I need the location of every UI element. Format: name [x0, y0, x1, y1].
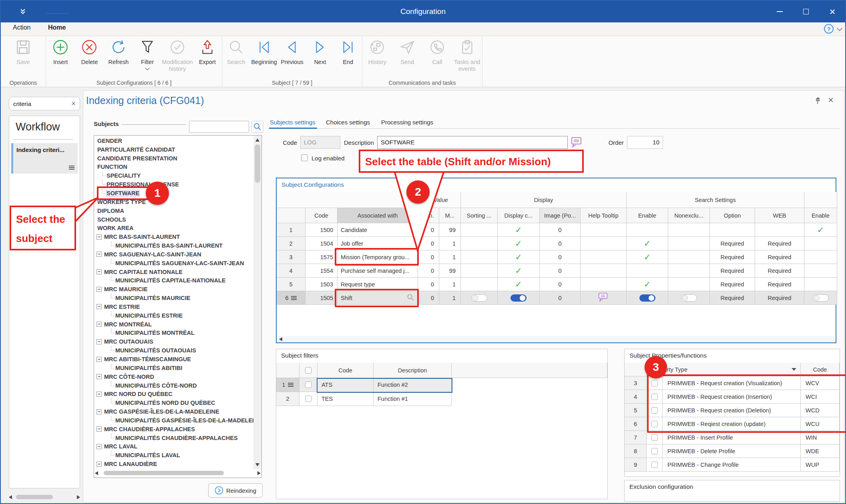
insert-button[interactable]: Insert [46, 38, 75, 66]
menu-home[interactable]: Home [48, 24, 66, 31]
checkbox[interactable] [305, 382, 311, 388]
column-header-option[interactable]: Option [710, 208, 755, 223]
table-row[interactable]: 41554Purchase self managed j...099✓0Requ… [277, 264, 836, 278]
cell-checkbox[interactable] [299, 378, 318, 392]
collapse-icon[interactable]: − [96, 269, 102, 274]
collapse-icon[interactable]: − [96, 287, 102, 292]
panel-close-icon[interactable]: × [828, 94, 834, 106]
previous-button[interactable]: Previous [278, 38, 306, 66]
toggle-on[interactable] [510, 294, 526, 302]
subjects-search-input[interactable] [189, 121, 249, 133]
tree-item-mrc-chaudi-re-appalaches[interactable]: −MRC CHAUDIÈRE-APPALACHES [94, 425, 253, 434]
checkbox[interactable] [305, 367, 311, 374]
toggle-off[interactable] [681, 294, 697, 302]
column-header-display-c[interactable]: Display c... [498, 208, 540, 223]
collapse-icon[interactable]: − [96, 252, 102, 257]
tree-hscrollbar[interactable] [95, 470, 261, 476]
help-icon[interactable]: ? [824, 24, 834, 34]
scroll-right-icon[interactable] [77, 495, 80, 499]
cell-checkbox[interactable] [647, 444, 663, 458]
tree-item-municipalit-s-laval[interactable]: MUNICIPALITÉS LAVAL [94, 451, 253, 460]
tree-item-mrc-estrie[interactable]: −MRC ESTRIE [94, 302, 253, 311]
collapse-icon[interactable]: − [96, 462, 102, 467]
checkbox[interactable] [651, 462, 658, 468]
toggle-off[interactable] [471, 294, 487, 302]
sidebar-search-input[interactable]: criteria × [9, 97, 80, 110]
tree-item-mrc-bas-saint-laurent[interactable]: −MRC BAS-SAINT-LAURENT [94, 232, 253, 241]
tree-item-mrc-abitibi-t-miscamingue[interactable]: −MRC ABITIBI-TÉMISCAMINGUE [94, 355, 253, 364]
tree-item-municipalit-s-saguenay-lac-saint-jean[interactable]: MUNICIPALITÉS SAGUENAY-LAC-SAINT-JEAN [94, 259, 253, 268]
toggle-on[interactable] [639, 294, 655, 302]
cell-checkbox[interactable] [299, 392, 318, 406]
collapse-icon[interactable]: − [96, 409, 102, 414]
tree-item-municipalit-s-montr-al[interactable]: MUNICIPALITÉS MONTRÉAL [94, 329, 253, 338]
chevron-down-icon[interactable] [792, 368, 796, 373]
column-header-enable[interactable]: Enable [804, 208, 837, 223]
tree-item-municipalit-s-gasp-sie-les-de-la-madeleii[interactable]: MUNICIPALITÉS GASPÉSIE-ÎLES-DE-LA-MADELE… [94, 416, 253, 425]
chevron-down-icon[interactable] [145, 66, 149, 70]
log-enabled-checkbox[interactable] [301, 154, 308, 161]
tree-vscrollbar[interactable] [253, 136, 261, 469]
tree-item-mrc-gasp-sie-les-de-la-madeleine[interactable]: −MRC GASPÉSIE-ÎLES-DE-LA-MADELEINE [94, 407, 253, 416]
tree-item-mrc-montr-al[interactable]: −MRC MONTRÉAL [94, 320, 253, 329]
checkbox[interactable] [651, 448, 658, 454]
scroll-thumb[interactable] [255, 144, 260, 183]
minimize-button[interactable] [770, 5, 789, 18]
column-header-select-all[interactable] [299, 363, 318, 378]
table-row[interactable]: 2TESFunction #1 [276, 392, 607, 406]
tree-item-mrc-mauricie[interactable]: −MRC MAURICIE [94, 285, 253, 294]
collapse-icon[interactable]: − [96, 322, 102, 327]
collapse-icon[interactable]: − [96, 234, 102, 240]
comment-icon[interactable] [571, 137, 582, 150]
cell-checkbox[interactable] [647, 458, 663, 472]
beginning-button[interactable]: Beginning [250, 38, 278, 66]
collapse-icon[interactable]: − [96, 339, 102, 344]
scroll-left-icon[interactable] [9, 495, 12, 499]
scroll-thumb[interactable] [104, 471, 224, 475]
delete-button[interactable]: Delete [75, 38, 104, 66]
column-header-m[interactable]: M... [439, 208, 461, 223]
cell-checkbox[interactable] [647, 431, 663, 444]
tree-item-mrc-laval[interactable]: −MRC LAVAL [94, 442, 253, 451]
collapse-icon[interactable]: − [96, 426, 102, 432]
scroll-right-icon[interactable] [257, 471, 261, 475]
sidebar-hscrollbar[interactable] [9, 494, 80, 500]
column-header-min[interactable]: Min. [418, 208, 439, 223]
tree-item-particularit-candidat[interactable]: PARTICULARITÉ CANDIDAT [94, 145, 253, 154]
scroll-down-icon[interactable] [255, 463, 259, 466]
tree-item-mrc-nord-du-qu-bec[interactable]: −MRC NORD DU QUÉBEC [94, 390, 253, 398]
toggle-off[interactable] [813, 294, 829, 302]
next-button[interactable]: Next [306, 38, 334, 66]
grip-icon[interactable] [69, 165, 74, 170]
tree-item-schools[interactable]: SCHOOLS [94, 215, 253, 224]
checkbox[interactable] [305, 396, 311, 402]
tree-item-mrc-c-te-nord[interactable]: −MRC CÔTE-NORD [94, 372, 253, 381]
menu-action[interactable]: Action [13, 24, 30, 31]
tree-item-municipalit-s-chaudi-re-appalaches[interactable]: MUNICIPALITÉS CHAUDIÈRE-APPALACHES [94, 434, 253, 442]
tree-item-municipalit-s-outaouais[interactable]: MUNICIPALITÉS OUTAOUAIS [94, 346, 253, 355]
description-field[interactable]: SOFTWARE [377, 136, 568, 149]
column-header-web[interactable]: WEB [755, 208, 804, 223]
export-button[interactable]: Export [193, 38, 222, 66]
sidebar-item-indexing-criteria[interactable]: Indexing criteri... [11, 143, 78, 174]
comment-icon[interactable] [598, 292, 609, 303]
scroll-thumb[interactable] [16, 495, 53, 499]
tree-item-function[interactable]: FUNCTION [94, 163, 253, 172]
tree-item-municipalit-s-abitibi[interactable]: MUNICIPALITÉS ABITIBI [94, 364, 253, 372]
tree-item-municipalit-s-c-te-nord[interactable]: MUNICIPALITÉS CÔTE-NORD [94, 381, 253, 390]
column-header-code[interactable]: Code [305, 208, 338, 223]
tab-subjects-settings[interactable]: Subjects settings [270, 119, 315, 126]
scroll-up-icon[interactable] [255, 138, 259, 142]
close-button[interactable]: × [823, 5, 842, 18]
end-button[interactable]: End [334, 38, 362, 66]
order-field[interactable]: 10 [627, 136, 663, 149]
column-header-nonexclu[interactable]: Nonexclu... [668, 208, 710, 223]
tree-item-municipalit-s-bas-saint-laurent[interactable]: MUNICIPALITÉS BAS-SAINT-LAURENT [94, 241, 253, 250]
maximize-button[interactable] [797, 5, 815, 18]
tree-item-municipalit-s-mauricie[interactable]: MUNICIPALITÉS MAURICIE [94, 294, 253, 302]
collapse-icon[interactable]: − [96, 304, 102, 309]
tree-item-work-area[interactable]: WORK AREA [94, 224, 253, 232]
scroll-left-icon[interactable] [95, 471, 98, 475]
refresh-button[interactable]: Refresh [104, 38, 133, 66]
collapse-icon[interactable]: − [96, 444, 102, 449]
